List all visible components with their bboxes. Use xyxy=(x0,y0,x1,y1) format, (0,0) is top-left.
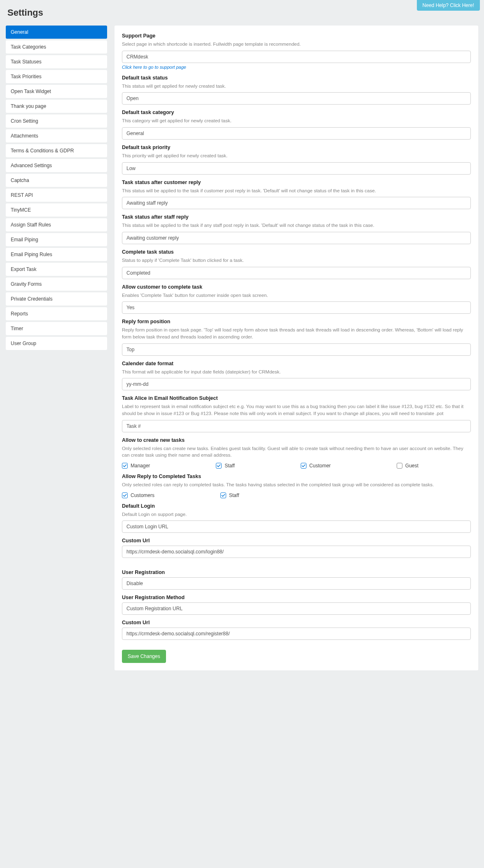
sidebar-item-general[interactable]: General xyxy=(6,26,107,39)
settings-panel: Support Page Select page in which shortc… xyxy=(115,26,478,670)
link-support-page[interactable]: Click here to go to support page xyxy=(122,65,186,70)
sidebar-item-export-task[interactable]: Export Task xyxy=(6,263,107,276)
checkbox-icon[interactable] xyxy=(122,463,128,469)
label-default-login: Default Login xyxy=(122,503,471,509)
sidebar-item-thank-you-page[interactable]: Thank you page xyxy=(6,100,107,113)
input-custom-url-login[interactable] xyxy=(122,546,471,558)
sidebar-item-task-priorities[interactable]: Task Priorities xyxy=(6,70,107,83)
allow-reply-option[interactable]: Customers xyxy=(122,492,154,498)
checkbox-label: Customers xyxy=(131,492,154,498)
label-custom-url-register: Custom Url xyxy=(122,620,471,625)
allow-create-option[interactable]: Customer xyxy=(301,463,331,469)
label-calendar-date-format: Calender date format xyxy=(122,361,471,366)
sidebar-item-task-statuses[interactable]: Task Statuses xyxy=(6,55,107,68)
desc-allow-create-tasks: Only selected roles can create new tasks… xyxy=(122,445,471,459)
label-allow-reply-completed: Allow Reply to Completed Tasks xyxy=(122,474,471,479)
select-user-registration[interactable] xyxy=(122,577,471,590)
desc-support-page: Select page in which shortcode is insert… xyxy=(122,41,471,48)
label-support-page: Support Page xyxy=(122,33,471,39)
sidebar-item-reports[interactable]: Reports xyxy=(6,307,107,320)
checkbox-label: Guest xyxy=(405,463,419,469)
label-allow-customer-complete: Allow customer to complete task xyxy=(122,284,471,290)
sidebar-item-advanced-settings[interactable]: Advanced Settings xyxy=(6,159,107,172)
input-task-alice[interactable] xyxy=(122,420,471,432)
sidebar: GeneralTask CategoriesTask StatusesTask … xyxy=(6,26,107,670)
desc-complete-task-status: Status to apply if 'Complete Task' butto… xyxy=(122,257,471,264)
select-default-task-status[interactable] xyxy=(122,92,471,105)
select-default-task-priority[interactable] xyxy=(122,162,471,175)
label-reply-form-position: Reply form position xyxy=(122,319,471,324)
sidebar-item-attachments[interactable]: Attachments xyxy=(6,129,107,142)
checkbox-icon[interactable] xyxy=(397,463,402,469)
checkbox-icon[interactable] xyxy=(220,492,226,498)
select-default-login[interactable] xyxy=(122,520,471,533)
label-user-registration-method: User Registration Method xyxy=(122,595,471,600)
allow-create-option[interactable]: Staff xyxy=(216,463,234,469)
checkbox-icon[interactable] xyxy=(216,463,222,469)
checkbox-icon[interactable] xyxy=(122,492,128,498)
select-reply-form-position[interactable] xyxy=(122,343,471,356)
select-status-after-customer-reply[interactable] xyxy=(122,197,471,209)
sidebar-item-rest-api[interactable]: REST API xyxy=(6,189,107,202)
desc-reply-form-position: Reply form position in open task page. '… xyxy=(122,327,471,340)
sidebar-item-timer[interactable]: Timer xyxy=(6,322,107,335)
sidebar-item-captcha[interactable]: Captcha xyxy=(6,174,107,187)
desc-status-after-staff-reply: This status will be applied to the task … xyxy=(122,222,471,229)
desc-allow-customer-complete: Enables 'Complete Task' button for custo… xyxy=(122,292,471,299)
allow-reply-option[interactable]: Staff xyxy=(220,492,239,498)
select-status-after-staff-reply[interactable] xyxy=(122,232,471,244)
desc-calendar-date-format: This format will be applicable for input… xyxy=(122,369,471,376)
sidebar-item-email-piping[interactable]: Email Piping xyxy=(6,233,107,246)
checkbox-label: Staff xyxy=(229,492,239,498)
sidebar-item-assign-staff-rules[interactable]: Assign Staff Rules xyxy=(6,218,107,231)
select-support-page[interactable] xyxy=(122,51,471,63)
label-complete-task-status: Complete task status xyxy=(122,249,471,255)
page-title: Settings xyxy=(0,3,484,26)
select-allow-customer-complete[interactable] xyxy=(122,301,471,314)
sidebar-item-private-credentials[interactable]: Private Credentials xyxy=(6,292,107,306)
label-task-alice: Task Alice in Email Notification Subject xyxy=(122,395,471,401)
checkbox-icon[interactable] xyxy=(301,463,306,469)
sidebar-item-task-categories[interactable]: Task Categories xyxy=(6,40,107,54)
sidebar-item-terms-conditions-gdpr[interactable]: Terms & Conditions & GDPR xyxy=(6,144,107,157)
label-status-after-customer-reply: Task status after customer reply xyxy=(122,180,471,185)
input-calendar-date-format[interactable] xyxy=(122,378,471,390)
checkbox-label: Customer xyxy=(309,463,331,469)
label-user-registration: User Registration xyxy=(122,569,471,575)
select-complete-task-status[interactable] xyxy=(122,267,471,279)
label-status-after-staff-reply: Task status after staff reply xyxy=(122,214,471,220)
save-button[interactable]: Save Changes xyxy=(122,650,166,663)
sidebar-item-open-task-widget[interactable]: Open Task Widget xyxy=(6,85,107,98)
desc-default-task-status: This status will get applied for newly c… xyxy=(122,83,471,90)
select-user-registration-method[interactable] xyxy=(122,602,471,615)
sidebar-item-tinymce[interactable]: TinyMCE xyxy=(6,203,107,217)
desc-allow-reply-completed: Only selected roles can reply to complet… xyxy=(122,481,471,488)
allow-create-option[interactable]: Manager xyxy=(122,463,150,469)
help-button[interactable]: Need Help? Click Here! xyxy=(417,0,480,11)
sidebar-item-cron-setting[interactable]: Cron Setting xyxy=(6,114,107,128)
sidebar-item-gravity-forms[interactable]: Gravity Forms xyxy=(6,278,107,291)
sidebar-item-email-piping-rules[interactable]: Email Piping Rules xyxy=(6,248,107,261)
desc-status-after-customer-reply: This status will be applied to the task … xyxy=(122,187,471,194)
label-default-task-priority: Default task priority xyxy=(122,145,471,150)
input-custom-url-register[interactable] xyxy=(122,628,471,640)
desc-default-login: Default Login on support page. xyxy=(122,511,471,518)
sidebar-item-user-group[interactable]: User Group xyxy=(6,337,107,350)
select-default-task-category[interactable] xyxy=(122,127,471,140)
allow-create-option[interactable]: Guest xyxy=(397,463,419,469)
label-allow-create-tasks: Allow to create new tasks xyxy=(122,437,471,443)
desc-default-task-priority: This priority will get applied for newly… xyxy=(122,152,471,159)
checkbox-label: Manager xyxy=(131,463,150,469)
desc-task-alice: Label to represent task in email notific… xyxy=(122,403,471,417)
desc-default-task-category: This category will get applied for newly… xyxy=(122,117,471,124)
label-custom-url-login: Custom Url xyxy=(122,538,471,544)
checkbox-label: Staff xyxy=(224,463,234,469)
label-default-task-status: Default task status xyxy=(122,75,471,81)
label-default-task-category: Default task category xyxy=(122,110,471,115)
